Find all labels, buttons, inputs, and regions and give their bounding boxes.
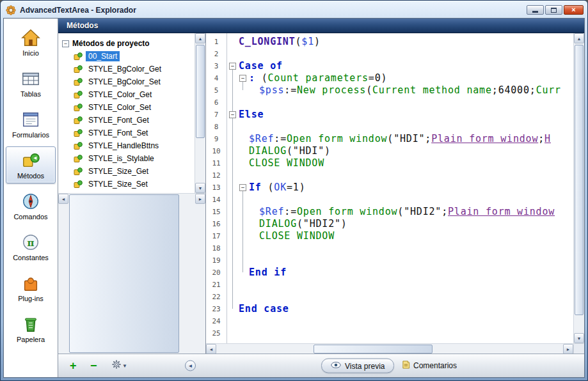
fold-icon[interactable]: − xyxy=(229,63,236,70)
tables-icon xyxy=(21,69,40,88)
explorer-window: AdvancedTextArea - Explorador × InicioTa… xyxy=(0,0,588,381)
scroll-left-button[interactable]: ◄ xyxy=(206,344,216,354)
code-line[interactable]: $Ref:=Open form window("HDI";Plain form … xyxy=(227,133,573,145)
tree-item[interactable]: STYLE_BgColor_Get xyxy=(58,63,195,75)
scroll-right-button[interactable]: ► xyxy=(563,344,573,354)
tree-vertical-scrollbar[interactable]: ▲ ▼ xyxy=(195,33,205,193)
code-line[interactable]: −If (OK=1) xyxy=(227,182,573,194)
sidebar-item-papelera[interactable]: Papelera xyxy=(6,310,56,347)
code-line[interactable] xyxy=(227,315,573,327)
code-line[interactable]: End if xyxy=(227,267,573,279)
scroll-thumb[interactable] xyxy=(314,345,433,354)
code-line[interactable]: $pss:=New process(Current method name;64… xyxy=(227,84,573,97)
methods-icon xyxy=(21,151,40,170)
sidebar-item-formularios[interactable]: Formularios xyxy=(6,105,56,143)
code-line[interactable] xyxy=(227,254,573,267)
code-token: CLOSE WINDOW xyxy=(259,230,335,242)
code-line[interactable]: $Ref:=Open form window("HDI2";Plain form… xyxy=(227,206,573,218)
scroll-right-button[interactable]: ► xyxy=(195,194,205,204)
code-line[interactable]: CLOSE WINDOW xyxy=(227,157,573,169)
tree-horizontal-scrollbar[interactable]: ◄ ► xyxy=(58,193,205,354)
code-token: "HDI2" xyxy=(303,218,341,229)
scroll-thumb[interactable] xyxy=(69,194,179,353)
tree-item[interactable]: STYLE_Font_Set xyxy=(58,127,195,139)
line-number: 11 xyxy=(206,157,226,169)
scroll-up-button[interactable]: ▲ xyxy=(574,33,584,43)
scroll-down-button[interactable]: ▼ xyxy=(574,333,584,343)
code-token: Plain form window xyxy=(448,206,555,217)
code-line[interactable] xyxy=(227,279,573,291)
editor-horizontal-scrollbar[interactable]: ◄ ► xyxy=(206,343,573,354)
scroll-thumb[interactable] xyxy=(196,45,205,138)
code-line[interactable]: −Else xyxy=(227,109,573,121)
sidebar-item-tablas[interactable]: Tablas xyxy=(6,65,56,102)
code-token: ; xyxy=(425,133,431,144)
code-line[interactable] xyxy=(227,242,573,254)
app-icon xyxy=(6,5,16,15)
tree-group[interactable]: −Métodos de proyecto xyxy=(58,37,195,50)
tree-item[interactable]: STYLE_Color_Get xyxy=(58,88,195,101)
code-line[interactable] xyxy=(227,48,573,60)
scroll-down-button[interactable]: ▼ xyxy=(195,183,205,193)
tree-item[interactable]: STYLE_Color_Set xyxy=(58,101,195,114)
code-line[interactable]: −Case of xyxy=(227,60,573,72)
scroll-thumb[interactable] xyxy=(575,45,584,315)
code-line[interactable] xyxy=(227,97,573,109)
tree-item[interactable]: STYLE_Font_Get xyxy=(58,114,195,127)
code-token: If xyxy=(249,182,268,193)
tree-item[interactable]: STYLE_Size_Set xyxy=(58,178,195,190)
code-line[interactable]: DIALOG("HDI") xyxy=(227,145,573,157)
code-token: "HDI2" xyxy=(404,206,441,217)
tree-item-label: STYLE_is_Stylable xyxy=(86,153,157,164)
comment-icon xyxy=(402,361,410,371)
code-line[interactable] xyxy=(227,121,573,133)
code-editor[interactable]: C_LONGINT($1)−Case of−: (Count parameter… xyxy=(227,33,573,343)
trash-icon xyxy=(21,315,40,334)
plugins-icon xyxy=(21,274,40,293)
sidebar-item-comandos[interactable]: Comandos xyxy=(6,187,56,224)
fold-icon[interactable]: − xyxy=(239,184,246,191)
tree-item[interactable]: STYLE_BgColor_Set xyxy=(58,75,195,88)
maximize-button[interactable] xyxy=(545,5,562,15)
tree-item-label: STYLE_Color_Set xyxy=(86,102,154,113)
code-line[interactable]: CLOSE WINDOW xyxy=(227,230,573,242)
code-line[interactable]: C_LONGINT($1) xyxy=(227,36,573,48)
sidebar-item-plug-ins[interactable]: Plug-ins xyxy=(6,269,56,306)
scroll-up-button[interactable]: ▲ xyxy=(195,33,205,43)
collapse-panel-button[interactable]: ◄ xyxy=(185,361,196,371)
title-bar[interactable]: AdvancedTextArea - Explorador × xyxy=(1,1,587,18)
fold-icon[interactable]: − xyxy=(239,75,246,82)
code-token: ) xyxy=(314,36,321,47)
code-token: 0 xyxy=(375,72,381,84)
line-number: 1 xyxy=(206,36,226,48)
preview-button[interactable]: Vista previa xyxy=(321,359,394,373)
minimize-button[interactable] xyxy=(527,5,544,15)
code-token: 64000 xyxy=(498,84,530,96)
code-line[interactable] xyxy=(227,194,573,206)
sidebar-item-métodos[interactable]: Métodos xyxy=(6,146,56,183)
tree-item[interactable]: STYLE_HandleBttns xyxy=(58,139,195,152)
close-button[interactable]: × xyxy=(564,5,584,15)
tree-item[interactable]: 00_Start xyxy=(58,50,195,63)
editor-vertical-scrollbar[interactable]: ▲ ▼ xyxy=(573,33,584,343)
remove-method-button[interactable]: − xyxy=(90,360,97,371)
code-line[interactable] xyxy=(227,291,573,303)
code-line[interactable]: −: (Count parameters=0) xyxy=(227,72,573,84)
sidebar-item-inicio[interactable]: Inicio xyxy=(6,24,56,61)
fold-icon[interactable]: − xyxy=(229,111,236,118)
code-token: ( xyxy=(387,133,393,144)
code-line[interactable] xyxy=(227,327,573,339)
code-line[interactable] xyxy=(227,169,573,182)
scroll-left-button[interactable]: ◄ xyxy=(58,194,68,204)
fold-guide-line xyxy=(242,191,243,272)
expander-icon[interactable]: − xyxy=(62,40,69,47)
tree-item-label: STYLE_BgColor_Set xyxy=(86,77,163,87)
tree-item[interactable]: STYLE_is_Stylable xyxy=(58,152,195,165)
comments-button[interactable]: Comentarios xyxy=(402,361,457,371)
sidebar-item-constantes[interactable]: πConstantes xyxy=(6,228,56,265)
code-line[interactable]: DIALOG("HDI2") xyxy=(227,218,573,230)
add-method-button[interactable]: + xyxy=(70,360,77,371)
tree-item[interactable]: STYLE_Size_Get xyxy=(58,165,195,178)
code-line[interactable]: End case xyxy=(227,303,573,315)
options-button[interactable]: ▼ xyxy=(112,360,127,371)
